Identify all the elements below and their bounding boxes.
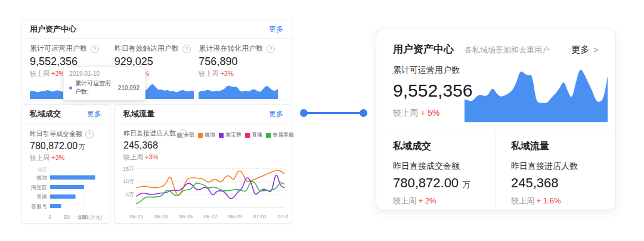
svg-text:07-01: 07-01 <box>253 214 267 220</box>
svg-text:06-23: 06-23 <box>154 214 168 220</box>
metric-label: 昨日引导成交金额 <box>30 129 82 138</box>
section-value: 245,368 <box>511 175 578 191</box>
legend-item[interactable]: 微淘 <box>198 131 215 139</box>
big-area-chart[interactable] <box>465 59 608 122</box>
metric-block: 累计可运营用户数 9,552,356 较上周 + 5% <box>393 65 472 119</box>
more-link[interactable]: 更多 > <box>571 44 599 55</box>
compare-label: 较上周 <box>393 196 416 205</box>
svg-text:微淘: 微淘 <box>36 175 47 181</box>
private-domain-dashboard: 用户资产中心 更多 累计可运营用户数 ? 9,552,356 较上周 +3% 昨… <box>0 0 644 241</box>
legend-swatch-icon <box>219 133 224 138</box>
legend-label: 微淘 <box>205 131 215 139</box>
scene-bar-chart[interactable]: 场景微淘淘宝群直播客服号050100金额 (万元) <box>30 166 103 221</box>
metrics-row: 累计可运营用户数 ? 9,552,356 较上周 +3% 昨日有效触达用户数 ?… <box>21 39 292 99</box>
compare-label: 较上周 <box>511 196 534 205</box>
card-subtitle: 各私域场景加和去重用户 <box>465 45 571 55</box>
compare-value: +3% <box>51 154 64 161</box>
value-unit: 万 <box>79 143 85 150</box>
value-number: 780,872.00 <box>30 141 78 151</box>
metric-value: 9,552,356 <box>393 81 472 101</box>
svg-text:客服号: 客服号 <box>31 203 47 209</box>
compare-value: +3% <box>220 70 233 77</box>
value-number: 780,872.00 <box>393 175 459 190</box>
svg-text:直播: 直播 <box>36 194 47 200</box>
chart-svg: 场景微淘淘宝群直播客服号050100金额 (万元) <box>30 166 103 221</box>
section-private-deal: 私域成交 昨日直接成交金额 780,872.00 万 较上周 + 2% <box>393 140 470 206</box>
compare-label: 较上周 <box>199 70 218 77</box>
svg-text:场景: 场景 <box>37 167 47 172</box>
svg-text:06-27: 06-27 <box>203 214 217 220</box>
help-icon[interactable]: ? <box>267 45 275 53</box>
legend-item[interactable]: 专属客服 <box>266 131 294 139</box>
metric-label: 累计潜在转化用户数 <box>199 44 263 54</box>
metric-value: 780,872.00万 <box>30 141 101 152</box>
help-icon[interactable]: ? <box>182 45 191 53</box>
more-link[interactable]: 更多 <box>269 109 283 119</box>
legend-label: 专属客服 <box>273 131 294 139</box>
chart-svg: 5万10万15万06-2106-2306-2506-2706-2907-0107… <box>121 161 288 221</box>
svg-text:5万: 5万 <box>126 191 134 197</box>
card-header: 私域流量 更多 <box>115 105 292 123</box>
tooltip-row: 累计可运营用户数: 210,092 <box>69 79 140 96</box>
metric-label: 累计可运营用户数 <box>393 65 472 76</box>
legend-label: 直播 <box>252 131 262 139</box>
divider <box>496 131 496 210</box>
section-compare: 较上周 + 1.6% <box>511 196 578 206</box>
metric-label-row: 累计可运营用户数 ? <box>30 44 114 54</box>
metric-label-row: 累计潜在转化用户数 ? <box>199 44 283 54</box>
section-title: 私域成交 <box>393 140 470 153</box>
svg-text:06-25: 06-25 <box>179 214 193 220</box>
value-unit: 万 <box>462 180 470 189</box>
compare-label: 较上周 <box>30 154 49 161</box>
card-header: 用户资产中心 各私域场景加和去重用户 更多 > <box>376 29 615 56</box>
compare-value: +3% <box>145 153 158 160</box>
metric-compare: 较上周 + 5% <box>393 108 472 119</box>
chart-svg <box>465 59 608 122</box>
metric-label: 昨日有效触达用户数 <box>114 44 179 54</box>
compare-value: + 5% <box>420 108 439 118</box>
help-icon[interactable]: ? <box>91 45 99 53</box>
metric-potential-users: 累计潜在转化用户数 ? 756,890 较上周 +3% <box>199 44 283 99</box>
legend-label: 全部 <box>184 131 194 139</box>
section-title: 私域流量 <box>511 140 578 153</box>
user-asset-center-card: 用户资产中心 更多 累计可运营用户数 ? 9,552,356 较上周 +3% 昨… <box>21 20 292 100</box>
connector-dot-left <box>300 109 308 117</box>
help-icon[interactable]: ? <box>85 130 94 138</box>
tooltip-date: 2019-01-10 <box>69 70 140 77</box>
metric-label: 昨日直接进店人数 <box>123 129 176 138</box>
metric-value: 245,368 <box>123 140 187 151</box>
svg-text:06-29: 06-29 <box>228 214 242 220</box>
compare-value: + 2% <box>419 196 436 205</box>
legend-swatch-icon <box>198 133 203 138</box>
connector-dot-right <box>360 109 367 117</box>
compare-label: 较上周 <box>30 70 49 77</box>
svg-text:15万: 15万 <box>123 166 134 172</box>
more-label: 更多 <box>571 44 589 55</box>
card-title: 私域成交 <box>30 109 61 119</box>
legend-label: 淘宝群 <box>225 131 242 139</box>
traffic-line-chart[interactable]: 5万10万15万06-2106-2306-2506-2706-2907-0107… <box>121 161 288 221</box>
metric-compare: 较上周 +3% <box>30 153 101 162</box>
section-label: 昨日直接进店人数 <box>511 161 578 172</box>
value-number: 245,368 <box>511 175 559 190</box>
mini-area-chart[interactable] <box>199 81 278 99</box>
series-dot-icon <box>69 86 72 89</box>
more-link[interactable]: 更多 <box>87 109 101 119</box>
more-link[interactable]: 更多 <box>269 24 283 35</box>
tooltip-value: 210,092 <box>118 85 140 91</box>
tooltip-label: 累计可运营用户数: <box>75 79 115 96</box>
metric-label-row: 昨日引导成交金额 ? <box>30 129 101 138</box>
legend-item[interactable]: 淘宝群 <box>219 131 242 139</box>
card-header: 用户资产中心 更多 <box>21 20 292 39</box>
svg-text:金额 (万元): 金额 (万元) <box>77 214 102 220</box>
compare-label: 较上周 <box>393 108 418 118</box>
svg-text:10万: 10万 <box>123 178 134 184</box>
section-value: 780,872.00 万 <box>393 175 470 191</box>
svg-text:50: 50 <box>64 214 70 220</box>
card-title: 用户资产中心 <box>393 42 454 56</box>
section-private-traffic: 私域流量 昨日直接进店人数 245,368 较上周 + 1.6% <box>511 140 578 206</box>
card-title: 私域流量 <box>123 109 154 119</box>
legend-item[interactable]: 直播 <box>245 131 262 139</box>
legend-item[interactable]: 全部 <box>177 131 194 139</box>
svg-text:淘宝群: 淘宝群 <box>30 184 47 190</box>
